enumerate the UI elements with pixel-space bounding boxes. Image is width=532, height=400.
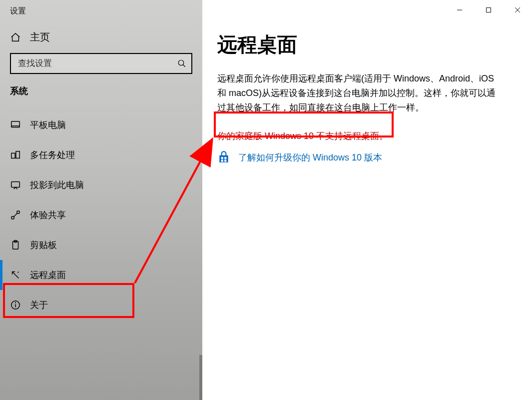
sidebar-list: 平板电脑 多任务处理 投影到此电脑 体验共享: [0, 110, 202, 400]
svg-rect-2: [11, 122, 20, 128]
sidebar-item-remote-desktop[interactable]: 远程桌面: [0, 260, 202, 290]
titlebar: [445, 0, 532, 20]
sidebar-item-label: 剪贴板: [30, 239, 57, 251]
svg-rect-16: [487, 8, 491, 12]
project-icon: [10, 180, 21, 190]
sidebar-item-clipboard[interactable]: 剪贴板: [0, 230, 202, 260]
remote-desktop-icon: [10, 270, 21, 280]
svg-rect-4: [11, 153, 15, 158]
svg-point-14: [15, 302, 16, 303]
sidebar-item-project[interactable]: 投影到此电脑: [0, 170, 202, 200]
svg-rect-21: [221, 160, 223, 162]
sidebar-item-label: 远程桌面: [30, 269, 66, 281]
sidebar-item-label: 投影到此电脑: [30, 179, 84, 191]
page-warning: 你的家庭版 Windows 10 不支持远程桌面。: [217, 130, 517, 143]
sidebar-item-label: 关于: [30, 299, 48, 311]
svg-line-9: [14, 214, 17, 216]
store-icon: [217, 151, 230, 164]
main-pane: 远程桌面 远程桌面允许你使用远程桌面客户端(适用于 Windows、Androi…: [202, 0, 532, 400]
sidebar-item-label: 体验共享: [30, 209, 66, 221]
share-icon: [10, 210, 21, 220]
nav-home[interactable]: 主页: [0, 26, 202, 53]
upgrade-link-text: 了解如何升级你的 Windows 10 版本: [238, 152, 382, 164]
sidebar-item-multitask[interactable]: 多任务处理: [0, 140, 202, 170]
section-header: 系统: [0, 85, 202, 110]
sidebar-item-shared[interactable]: 体验共享: [0, 200, 202, 230]
svg-rect-20: [224, 157, 226, 159]
search-wrap: [10, 53, 192, 74]
home-icon: [10, 32, 21, 43]
clipboard-icon: [10, 240, 21, 250]
search-input[interactable]: [10, 53, 192, 74]
multitask-icon: [10, 150, 21, 160]
svg-rect-19: [221, 157, 223, 159]
sidebar-item-about[interactable]: 关于: [0, 290, 202, 320]
svg-rect-6: [11, 182, 20, 188]
svg-point-7: [11, 216, 14, 220]
sidebar-item-tablet[interactable]: 平板电脑: [0, 110, 202, 140]
sidebar-item-label: 多任务处理: [30, 149, 75, 161]
svg-rect-22: [224, 160, 226, 162]
maximize-button[interactable]: [474, 0, 503, 20]
sidebar-item-label: 平板电脑: [30, 119, 66, 131]
svg-rect-5: [16, 152, 19, 158]
tablet-icon: [10, 120, 21, 130]
close-button[interactable]: [503, 0, 532, 20]
upgrade-link[interactable]: 了解如何升级你的 Windows 10 版本: [217, 151, 517, 164]
svg-point-8: [17, 211, 20, 214]
nav-home-label: 主页: [30, 30, 50, 44]
info-icon: [10, 300, 21, 310]
minimize-button[interactable]: [445, 0, 474, 20]
page-description: 远程桌面允许你使用远程桌面客户端(适用于 Windows、Android、iOS…: [217, 72, 502, 114]
window-title: 设置: [0, 0, 202, 26]
sidebar: 设置 主页 系统 平板电脑: [0, 0, 202, 400]
